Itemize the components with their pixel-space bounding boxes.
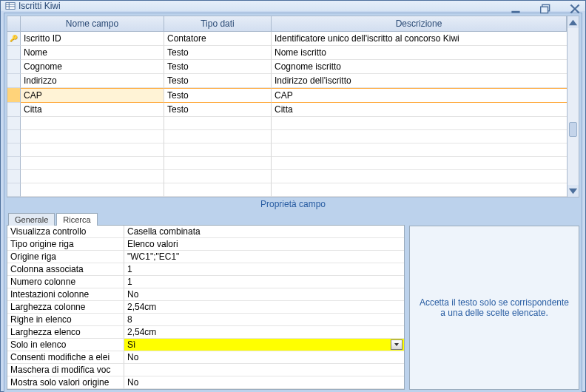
restore-button[interactable] <box>538 2 553 16</box>
property-row[interactable]: Righe in elenco8 <box>7 314 404 326</box>
field-grid[interactable]: Nome campo Tipo dati Descrizione 🔑Iscrit… <box>7 16 568 197</box>
field-name-cell[interactable]: Iscritto ID <box>21 32 164 46</box>
field-row-blank[interactable] <box>7 157 567 170</box>
field-row[interactable]: CAPTestoCAP <box>7 88 567 103</box>
col-header-type[interactable]: Tipo dati <box>164 16 272 32</box>
property-value[interactable]: Elenco valori <box>124 238 404 251</box>
scroll-track[interactable] <box>568 28 579 185</box>
field-name-cell[interactable]: Indirizzo <box>21 74 164 88</box>
col-header-name[interactable]: Nome campo <box>21 16 164 32</box>
tab-lookup[interactable]: Ricerca <box>56 213 97 226</box>
field-row-blank[interactable] <box>7 117 567 130</box>
row-selector[interactable] <box>7 46 21 60</box>
col-header-desc[interactable]: Descrizione <box>272 16 567 32</box>
property-value[interactable]: 1 <box>124 263 404 276</box>
property-row[interactable]: Intestazioni colonneNo <box>7 288 404 301</box>
field-type-cell[interactable]: Testo <box>164 88 272 103</box>
tab-general[interactable]: Generale <box>8 213 55 226</box>
field-desc-cell[interactable]: Identificatore unico dell'iscritto al co… <box>272 32 567 46</box>
field-row-blank[interactable] <box>7 143 567 157</box>
field-type-cell[interactable] <box>164 130 272 143</box>
property-value[interactable]: "WC1";"EC1" <box>124 251 404 263</box>
row-selector[interactable]: 🔑 <box>7 32 21 46</box>
row-selector[interactable] <box>7 143 21 157</box>
field-row-blank[interactable] <box>7 130 567 143</box>
property-value[interactable]: 1 <box>124 276 404 288</box>
field-name-cell[interactable] <box>21 143 164 157</box>
field-desc-cell[interactable] <box>272 157 567 170</box>
row-selector[interactable] <box>7 88 21 103</box>
field-desc-cell[interactable]: Nome iscritto <box>272 46 567 60</box>
field-desc-cell[interactable]: Indirizzo dell'iscritto <box>272 74 567 88</box>
row-selector[interactable] <box>7 130 21 143</box>
rowheader-corner[interactable] <box>7 16 21 32</box>
field-desc-cell[interactable] <box>272 117 567 130</box>
row-selector[interactable] <box>7 183 21 197</box>
row-selector[interactable] <box>7 170 21 183</box>
row-selector[interactable] <box>7 157 21 170</box>
property-row[interactable]: Visualizza controlloCasella combinata <box>7 226 404 238</box>
field-name-cell[interactable] <box>21 183 164 197</box>
field-desc-cell[interactable] <box>272 183 567 197</box>
property-value[interactable]: 8 <box>124 314 404 326</box>
property-value[interactable]: 2,54cm <box>124 326 404 339</box>
property-row[interactable]: Colonna associata1 <box>7 263 404 276</box>
property-value[interactable]: Sì <box>124 339 404 351</box>
minimize-button[interactable] <box>508 2 523 16</box>
field-type-cell[interactable]: Testo <box>164 60 272 74</box>
dropdown-button[interactable] <box>391 339 403 350</box>
field-name-cell[interactable]: Nome <box>21 46 164 60</box>
field-row[interactable]: NomeTestoNome iscritto <box>7 46 567 60</box>
field-name-cell[interactable]: Citta <box>21 103 164 117</box>
row-selector[interactable] <box>7 60 21 74</box>
field-row[interactable]: CittaTestoCitta <box>7 103 567 117</box>
row-selector[interactable] <box>7 74 21 88</box>
row-selector[interactable] <box>7 117 21 130</box>
property-row[interactable]: Consenti modifiche a eleiNo <box>7 351 404 364</box>
row-selector[interactable] <box>7 103 21 117</box>
field-type-cell[interactable]: Testo <box>164 103 272 117</box>
field-name-cell[interactable] <box>21 157 164 170</box>
property-value[interactable]: 2,54cm <box>124 301 404 314</box>
property-row[interactable]: Larghezza elenco2,54cm <box>7 326 404 339</box>
property-value[interactable]: No <box>124 376 404 389</box>
property-value[interactable]: No <box>124 288 404 301</box>
grid-scrollbar[interactable] <box>568 16 579 197</box>
field-desc-cell[interactable]: Citta <box>272 103 567 117</box>
field-desc-cell[interactable]: CAP <box>272 88 567 103</box>
field-row[interactable]: CognomeTestoCognome iscritto <box>7 60 567 74</box>
field-row[interactable]: 🔑Iscritto IDContatoreIdentificatore unic… <box>7 32 567 46</box>
field-desc-cell[interactable]: Cognome iscritto <box>272 60 567 74</box>
property-row[interactable]: Origine riga"WC1";"EC1" <box>7 251 404 263</box>
field-desc-cell[interactable] <box>272 130 567 143</box>
field-type-cell[interactable] <box>164 170 272 183</box>
field-name-cell[interactable]: Cognome <box>21 60 164 74</box>
property-value[interactable]: No <box>124 351 404 364</box>
field-type-cell[interactable]: Testo <box>164 74 272 88</box>
field-name-cell[interactable] <box>21 130 164 143</box>
field-type-cell[interactable] <box>164 183 272 197</box>
field-type-cell[interactable] <box>164 117 272 130</box>
field-type-cell[interactable] <box>164 143 272 157</box>
scroll-thumb[interactable] <box>569 122 577 137</box>
close-button[interactable] <box>568 2 582 16</box>
field-name-cell[interactable]: CAP <box>21 88 164 103</box>
field-row[interactable]: IndirizzoTestoIndirizzo dell'iscritto <box>7 74 567 88</box>
property-row[interactable]: Mostra solo valori origineNo <box>7 376 404 389</box>
field-row-blank[interactable] <box>7 170 567 183</box>
field-type-cell[interactable]: Contatore <box>164 32 272 46</box>
scroll-down-button[interactable] <box>568 185 579 197</box>
field-type-cell[interactable] <box>164 157 272 170</box>
property-value[interactable]: Casella combinata <box>124 226 404 238</box>
field-desc-cell[interactable] <box>272 143 567 157</box>
field-type-cell[interactable]: Testo <box>164 46 272 60</box>
property-value[interactable] <box>124 364 404 376</box>
property-row[interactable]: Solo in elencoSì <box>7 339 404 351</box>
field-row-blank[interactable] <box>7 183 567 197</box>
field-desc-cell[interactable] <box>272 170 567 183</box>
field-name-cell[interactable] <box>21 170 164 183</box>
property-row[interactable]: Tipo origine rigaElenco valori <box>7 238 404 251</box>
property-row[interactable]: Larghezza colonne2,54cm <box>7 301 404 314</box>
scroll-up-button[interactable] <box>568 16 579 28</box>
property-row[interactable]: Maschera di modifica voc <box>7 364 404 376</box>
